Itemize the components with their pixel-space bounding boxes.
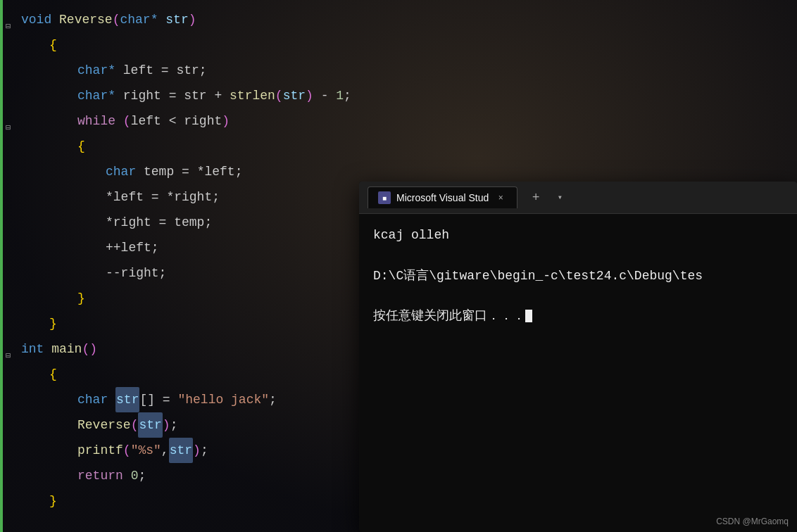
token-paren-line-while-4: ) <box>222 108 230 134</box>
token-kw-type-line-void-0: void <box>21 7 51 32</box>
token-kw-plain-line-str-3: [] = <box>139 387 177 412</box>
token-kw-plain-line-reverse-4: ; <box>170 412 178 438</box>
code-line-line-str: char str[] = "hello jack"; <box>0 387 359 412</box>
new-tab-button[interactable]: + <box>526 188 546 208</box>
token-kw-param-line-void-6: str <box>165 7 188 32</box>
token-kw-type-line-temp-0: char <box>106 159 136 184</box>
token-kw-plain-line-return-3: ; <box>138 463 146 488</box>
token-paren-line-while-2: ( <box>123 108 131 134</box>
code-line-line-brace3: } <box>0 286 359 311</box>
left-accent-bar <box>0 0 3 532</box>
token-kw-plain-line-return-1 <box>123 463 131 488</box>
token-kw-plain-line-void-1 <box>51 7 59 32</box>
code-line-line-brace6: } <box>0 488 359 514</box>
token-kw-plain-line-void-5 <box>158 7 165 32</box>
token-paren-line-void-7: ) <box>189 7 196 32</box>
token-kw-plain-line-temp-1: temp = *left; <box>136 159 242 184</box>
token-kw-func-line-void-2: Reverse <box>59 7 113 32</box>
token-paren-line-main-3: () <box>82 336 97 362</box>
token-kw-ctrl-line-return-0: return <box>77 463 123 488</box>
token-paren-line-right-3: ( <box>275 83 283 108</box>
token-kw-number-line-return-2: 0 <box>131 463 139 488</box>
terminal-close-button[interactable]: × <box>494 191 507 204</box>
terminal-output-line-3: 按任意键关闭此窗口．．． <box>373 306 783 327</box>
token-paren-line-reverse-3: ) <box>163 412 170 438</box>
token-kw-string-line-str-4: "hello jack" <box>177 387 269 412</box>
token-kw-plain-line-assign2-0: *right = temp; <box>106 210 212 235</box>
code-line-line-temp: char temp = *left; <box>0 159 359 184</box>
token-brace-line-brace3-0: } <box>77 286 85 311</box>
code-line-line-reverse: Reverse(str); <box>0 412 359 438</box>
token-kw-plain-line-decr-0: --right; <box>106 260 166 286</box>
token-paren-line-printf-1: ( <box>123 438 131 463</box>
code-line-line-assign1: *left = *right; <box>0 184 359 210</box>
code-line-line-decr: --right; <box>0 260 359 286</box>
token-kw-type-line-str-0: char <box>77 387 108 412</box>
terminal-icon-symbol: ■ <box>382 194 387 202</box>
token-brace-line-brace2-0: { <box>77 134 85 159</box>
token-paren-line-reverse-1: ( <box>131 412 139 438</box>
token-kw-plain-line-main-1 <box>44 336 51 362</box>
token-kw-type-line-void-4: char* <box>120 7 158 32</box>
token-brace-line-brace1-0: { <box>49 32 57 58</box>
token-paren-line-void-3: ( <box>113 7 120 32</box>
token-kw-plain-line-right-1: right = str + <box>115 83 230 108</box>
terminal-tab-title: Microsoft Visual Stud <box>396 192 489 203</box>
terminal-output-line-2: D:\C语言\gitware\begin_-c\test24.c\Debug\t… <box>373 266 783 286</box>
watermark: CSDN @MrGaomq <box>716 517 789 526</box>
code-line-line-return: return 0; <box>0 463 359 488</box>
token-paren-line-right-5: ) <box>306 83 313 108</box>
token-paren-line-printf-5: ) <box>193 438 201 463</box>
terminal-tab-icon: ■ <box>378 191 391 204</box>
fold-icon-line-main[interactable]: ⊟ <box>6 343 17 355</box>
token-kw-ctrl-line-while-0: while <box>77 108 115 134</box>
terminal-body: kcaj olleh D:\C语言\gitware\begin_-c\test2… <box>359 214 797 532</box>
terminal-cursor <box>525 310 532 322</box>
code-line-line-left: char* left = str; <box>0 58 359 83</box>
token-kw-plain-line-printf-3: , <box>161 438 169 463</box>
terminal-window[interactable]: ■ Microsoft Visual Stud × + ▾ kcaj olleh… <box>359 182 797 532</box>
terminal-titlebar: ■ Microsoft Visual Stud × + ▾ <box>359 182 797 214</box>
code-line-line-printf: printf("%s",str); <box>0 438 359 463</box>
code-line-line-incl: ++left; <box>0 235 359 260</box>
token-kw-plain-line-incl-0: ++left; <box>106 235 159 260</box>
code-line-line-main: ⊟int main() <box>0 336 359 362</box>
code-editor: ⊟void Reverse(char* str){char* left = st… <box>0 0 359 532</box>
token-kw-plain-line-right-6: - <box>313 83 336 108</box>
code-line-line-brace2: { <box>0 134 359 159</box>
token-highlight-line-printf-4: str <box>169 438 193 463</box>
token-kw-plain-line-left-1: left = str; <box>115 58 207 83</box>
token-brace-line-brace6-0: } <box>49 488 57 514</box>
code-line-line-while: ⊟while (left < right) <box>0 108 359 134</box>
code-line-line-void: ⊟void Reverse(char* str) <box>0 7 359 32</box>
terminal-output-line-1: kcaj olleh <box>373 225 783 246</box>
token-kw-plain-line-right-8: ; <box>344 83 351 108</box>
token-kw-type-line-right-0: char* <box>77 83 115 108</box>
code-line-line-brace5: { <box>0 362 359 387</box>
token-kw-plain-line-while-3: left < right <box>131 108 222 134</box>
fold-icon-line-void[interactable]: ⊟ <box>6 14 17 25</box>
token-kw-func-line-reverse-0: Reverse <box>77 412 131 438</box>
code-line-line-right: char* right = str + strlen(str) - 1; <box>0 83 359 108</box>
token-kw-plain-line-assign1-0: *left = *right; <box>106 184 220 210</box>
code-line-line-brace4: } <box>0 311 359 336</box>
token-highlight-line-reverse-2: str <box>138 412 162 438</box>
token-kw-func-line-main-2: main <box>51 336 82 362</box>
fold-icon-line-while[interactable]: ⊟ <box>6 115 17 127</box>
token-kw-func-line-printf-0: printf <box>77 438 123 463</box>
token-brace-line-brace5-0: { <box>49 362 57 387</box>
token-kw-plain-line-str-1 <box>108 387 115 412</box>
token-kw-number-line-right-7: 1 <box>336 83 344 108</box>
code-line-line-brace1: { <box>0 32 359 58</box>
token-highlight-line-str-2: str <box>115 387 139 412</box>
code-line-line-assign2: *right = temp; <box>0 210 359 235</box>
token-kw-plain-line-printf-6: ; <box>201 438 208 463</box>
terminal-tab[interactable]: ■ Microsoft Visual Stud × <box>368 186 517 208</box>
token-kw-param-line-right-4: str <box>283 83 306 108</box>
token-brace-line-brace4-0: } <box>49 311 57 336</box>
token-kw-plain-line-while-1 <box>115 108 123 134</box>
tab-dropdown-button[interactable]: ▾ <box>551 188 568 208</box>
token-kw-string-line-printf-2: "%s" <box>131 438 161 463</box>
token-kw-type-line-main-0: int <box>21 336 44 362</box>
token-kw-plain-line-str-5: ; <box>269 387 277 412</box>
